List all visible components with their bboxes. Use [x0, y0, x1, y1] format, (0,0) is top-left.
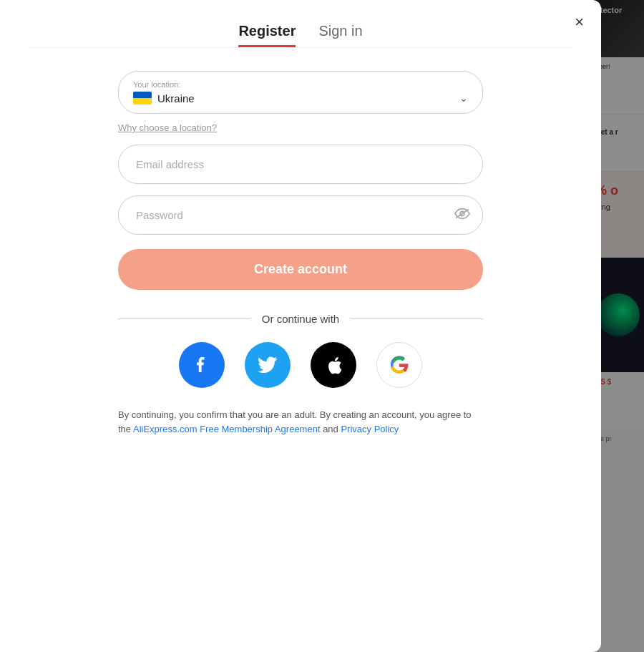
legal-text: By continuing, you confirm that you are … [118, 408, 483, 436]
privacy-policy-link[interactable]: Privacy Policy [341, 424, 399, 434]
toggle-password-icon[interactable] [454, 208, 470, 223]
membership-agreement-link[interactable]: AliExpress.com Free Membership Agreement [133, 424, 321, 434]
close-button[interactable]: × [575, 14, 584, 30]
create-account-button[interactable]: Create account [118, 249, 483, 290]
social-buttons [179, 342, 422, 388]
why-location-link[interactable]: Why choose a location? [118, 122, 483, 133]
location-field-label: Your location: [133, 80, 468, 89]
divider-line-left [118, 318, 250, 319]
register-modal: × Register Sign in Your location: Ukrain… [0, 0, 601, 652]
google-button[interactable] [376, 342, 422, 388]
facebook-button[interactable] [179, 342, 225, 388]
tab-signin[interactable]: Sign in [318, 23, 362, 47]
location-dropdown[interactable]: Your location: Ukraine ⌄ [118, 71, 483, 114]
email-field[interactable] [118, 145, 483, 184]
apple-button[interactable] [311, 342, 356, 388]
ukraine-flag-icon [133, 92, 152, 104]
password-field[interactable] [118, 195, 483, 235]
location-left: Ukraine [133, 92, 195, 104]
tab-divider [29, 47, 572, 48]
tab-register[interactable]: Register [238, 23, 296, 47]
auth-tabs: Register Sign in [238, 23, 362, 47]
social-divider: Or continue with [118, 313, 483, 325]
register-form: Your location: Ukraine ⌄ Why choose a lo… [118, 71, 483, 290]
divider-text: Or continue with [262, 313, 339, 325]
legal-text-mid: and [321, 424, 341, 434]
password-wrapper [118, 195, 483, 235]
twitter-button[interactable] [245, 342, 291, 388]
location-country-name: Ukraine [157, 92, 195, 104]
divider-line-right [351, 318, 483, 319]
chevron-down-icon: ⌄ [459, 92, 468, 104]
location-field-value: Ukraine ⌄ [133, 92, 468, 104]
